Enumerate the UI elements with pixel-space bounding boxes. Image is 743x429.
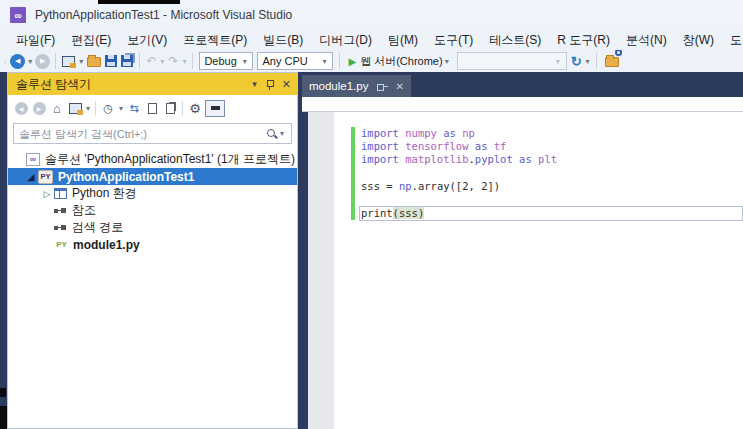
code-line[interactable] [334, 167, 743, 180]
magnifier-icon [615, 50, 622, 56]
menu-tools[interactable]: 도구(T) [426, 30, 481, 50]
code-line[interactable]: import tensorflow as tf [334, 140, 743, 153]
menu-edit[interactable]: 편집(E) [63, 30, 119, 50]
se-sync-active-document-button[interactable]: ⇆ [126, 99, 142, 117]
switch-views-icon [69, 103, 82, 114]
close-icon[interactable]: ✕ [282, 78, 291, 91]
tree-item-references[interactable]: 참조 [8, 202, 297, 219]
find-in-files-button[interactable] [605, 52, 619, 70]
navigate-to-caret[interactable]: ▾ [79, 57, 83, 66]
combo-caret-icon: ▾ [322, 57, 326, 66]
menu-team[interactable]: 팀(M) [380, 30, 426, 50]
code-line[interactable] [334, 193, 743, 206]
show-all-files-icon [166, 103, 175, 114]
code-area[interactable]: import numpy as npimport tensorflow as t… [334, 112, 743, 429]
se-pending-changes-caret[interactable]: ▾ [119, 104, 123, 113]
toolbar-empty-combo[interactable]: ▾ [457, 52, 567, 70]
menu-r-tools[interactable]: R 도구(R) [549, 30, 618, 50]
solution-configuration-combo[interactable]: Debug ▾ [199, 52, 253, 70]
save-all-icon [121, 55, 133, 67]
navigate-forward-button[interactable]: ▶ [35, 54, 50, 69]
code-token: sss = [361, 180, 399, 192]
editor-body: import numpy as npimport tensorflow as t… [302, 112, 743, 429]
toolbar-grip[interactable]: ⁞ [4, 57, 7, 66]
code-token: as [475, 140, 488, 152]
editor-tab-strip: module1.py ✕ [302, 72, 743, 97]
se-toolbar-separator [95, 101, 96, 116]
se-collapse-all-button[interactable] [144, 99, 160, 117]
tree-label: module1.py [73, 238, 140, 252]
se-preview-selected-toggle[interactable] [205, 100, 225, 117]
code-line[interactable]: import numpy as np [334, 127, 743, 140]
toolbar-separator [55, 53, 56, 69]
menu-file[interactable]: 파일(F) [8, 30, 63, 50]
save-all-button[interactable] [121, 52, 133, 70]
refresh-icon: ↻ [571, 54, 582, 69]
solution-explorer-title: 솔루션 탐색기 [16, 76, 91, 93]
menu-window[interactable]: 창(W) [675, 30, 722, 50]
save-button[interactable] [105, 52, 117, 70]
code-line-caret[interactable]: print(sss) [359, 206, 743, 221]
refresh-caret[interactable]: ▾ [586, 57, 590, 66]
tab-module1-py[interactable]: module1.py ✕ [302, 75, 411, 97]
code-token: import [361, 140, 399, 152]
combo-caret-icon: ▾ [243, 57, 247, 66]
solution-search-input[interactable] [19, 128, 266, 140]
menu-build[interactable]: 빌드(B) [255, 30, 311, 50]
code-line[interactable]: import matplotlib.pyplot as plt [334, 153, 743, 166]
start-debugging-button[interactable]: ▶ 웹 서버(Chrome) ▾ [348, 54, 450, 69]
auto-hide-pin-icon[interactable] [265, 79, 274, 90]
editor-navigation-bar[interactable] [302, 97, 743, 112]
redo-button[interactable]: ↷ [168, 52, 178, 70]
visual-studio-logo-icon: ∞ [10, 7, 26, 23]
window-position-caret-icon[interactable]: ▾ [252, 79, 257, 89]
undo-caret[interactable]: ▾ [160, 57, 164, 66]
python-environments-icon [54, 188, 67, 199]
tree-item-module1-py[interactable]: PY module1.py [8, 236, 297, 253]
solution-explorer-header[interactable]: 솔루션 탐색기 ▾ ✕ [8, 73, 297, 95]
navigate-back-button[interactable]: ◀ [10, 54, 25, 69]
tree-item-search-paths[interactable]: 검색 경로 [8, 219, 297, 236]
code-token: matplotlib [405, 153, 468, 165]
se-properties-button[interactable]: ⚙ [187, 99, 203, 117]
menu-help[interactable]: 도움말 [722, 30, 743, 50]
search-icon[interactable] [266, 128, 278, 140]
tree-item-python-env[interactable]: ▷ Python 환경 [8, 185, 297, 202]
close-tab-icon[interactable]: ✕ [395, 81, 403, 92]
se-show-all-files-button[interactable] [162, 99, 178, 117]
code-token: numpy [405, 127, 437, 139]
menu-test[interactable]: 테스트(S) [481, 30, 549, 50]
undo-button[interactable]: ↶ [146, 52, 156, 70]
pin-tab-icon[interactable] [376, 82, 388, 91]
expanded-arrow-icon[interactable]: ◢ [24, 172, 38, 182]
navigate-back-caret[interactable]: ▾ [28, 57, 32, 66]
start-debugging-label: 웹 서버(Chrome) [360, 54, 443, 69]
search-options-caret[interactable]: ▾ [280, 129, 284, 138]
code-token: pyplot [475, 153, 513, 165]
screen-artifact [0, 406, 7, 429]
glyph-margin[interactable] [308, 112, 334, 429]
refresh-button[interactable]: ↻ [571, 52, 582, 70]
open-file-button[interactable] [87, 52, 101, 70]
solution-platform-combo[interactable]: Any CPU ▾ [257, 52, 333, 70]
se-pending-changes-filter-button[interactable]: ◷ [100, 99, 116, 117]
preview-selected-icon [211, 106, 220, 110]
se-switch-views-button[interactable] [67, 99, 83, 117]
se-forward-button[interactable]: ▶ [31, 99, 47, 117]
menu-view[interactable]: 보기(V) [119, 30, 175, 50]
se-switch-views-caret[interactable]: ▾ [86, 104, 90, 113]
se-home-button[interactable]: ⌂ [49, 99, 65, 117]
redo-caret[interactable]: ▾ [182, 57, 186, 66]
tree-item-project-selected[interactable]: ◢ PY PythonApplicationTest1 [8, 168, 297, 185]
menu-project[interactable]: 프로젝트(P) [175, 30, 255, 50]
se-back-button[interactable]: ◀ [13, 99, 29, 117]
collapsed-arrow-icon[interactable]: ▷ [40, 189, 54, 199]
tree-item-solution[interactable]: ∞ 솔루션 'PythonApplicationTest1' (1개 프로젝트) [8, 151, 297, 168]
navigate-to-button[interactable] [62, 52, 75, 70]
start-debugging-caret: ▾ [445, 57, 449, 66]
menu-analyze[interactable]: 분석(N) [618, 30, 675, 50]
collapse-all-icon [148, 103, 157, 114]
menu-debug[interactable]: 디버그(D) [311, 30, 380, 50]
tree-label: 참조 [72, 202, 96, 219]
code-line[interactable]: sss = np.array([2, 2]) [334, 180, 743, 193]
